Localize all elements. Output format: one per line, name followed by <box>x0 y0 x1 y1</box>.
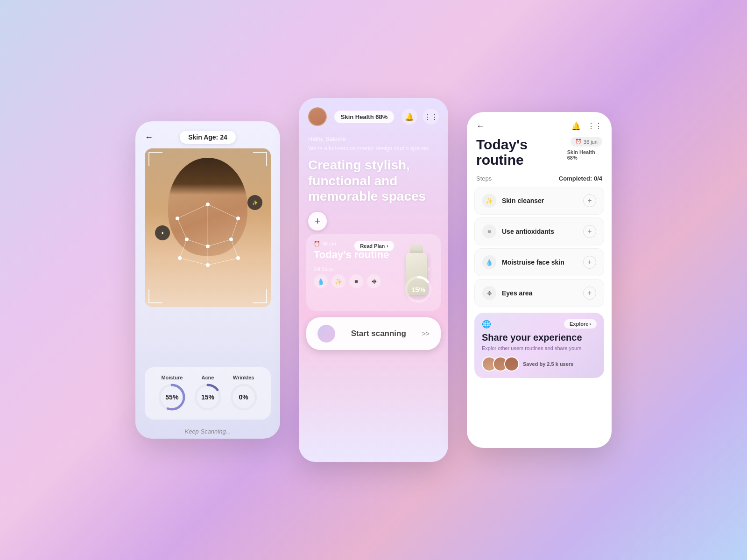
svg-point-19 <box>206 263 210 267</box>
wrinkles-metric: Wrinkles 0% <box>229 375 259 412</box>
step-icon-2: ✨ <box>331 274 345 288</box>
step-name-cleanser: Skin cleanser <box>502 197 544 204</box>
wrinkles-value: 0% <box>239 393 248 401</box>
grid-icon[interactable]: ⋮⋮ <box>587 122 602 131</box>
step-item-0: ✨ Skin cleanser + <box>474 187 604 215</box>
saved-text: Saved by 2.5 k users <box>523 361 573 367</box>
grid-menu-button[interactable]: ⋮⋮ <box>423 109 439 125</box>
bottle-cap <box>410 245 423 253</box>
step-item-3: ❈ Eyes area + <box>474 279 604 307</box>
routine-steps-list: ✨ Skin cleanser + ≡ Use antioxidants + 💧… <box>467 187 612 307</box>
share-header: 🌐 Explore › <box>482 319 597 329</box>
step-icon-1: 💧 <box>314 274 328 288</box>
avatar-inner <box>309 108 326 125</box>
share-card: 🌐 Explore › Share your experience Explor… <box>474 313 604 378</box>
start-scan-button[interactable]: Start scanning >> <box>306 317 441 350</box>
scan-back-button[interactable]: ← <box>145 133 153 142</box>
steps-title: Steps <box>476 175 492 182</box>
header-icons: 🔔 ⋮⋮ <box>402 109 439 125</box>
steps-icons: 💧 ✨ ≡ ❈ <box>314 274 398 288</box>
acne-circle: 15% <box>193 382 223 412</box>
face-photo: ✨ ✦ <box>145 148 271 307</box>
step-name-antioxidants: Use antioxidants <box>502 228 554 235</box>
scan-header: ← Skin Age: 24 <box>135 121 280 148</box>
routine-title-section: Today's routine ⏰ 36 jun Skin Health 68% <box>467 137 612 173</box>
skin-health-small: Skin Health 68% <box>567 149 602 161</box>
main-header: Skin Health 68% 🔔 ⋮⋮ <box>299 98 448 132</box>
health-circle: 15% <box>403 274 433 304</box>
svg-line-8 <box>180 258 208 265</box>
routine-back-button[interactable]: ← <box>476 121 485 131</box>
step-icon-cleanser: ✨ <box>482 194 496 208</box>
corner-bl <box>148 289 162 303</box>
routine-main-title: Today's routine <box>476 137 567 168</box>
bell-icon[interactable]: 🔔 <box>571 122 581 131</box>
add-button[interactable]: + <box>308 212 327 231</box>
step-icon-4: ❈ <box>367 274 381 288</box>
phone-scan: ← Skin Age: 24 <box>135 121 280 439</box>
routine-card: ⏰ 36 jun Today's routine 0/4 Steps 💧 ✨ ≡… <box>306 234 441 311</box>
wrinkles-label: Wrinkles <box>233 375 254 380</box>
share-bottom: Saved by 2.5 k users <box>482 357 597 371</box>
step-left-3: ❈ Eyes area <box>482 286 532 300</box>
corner-tl <box>148 152 162 166</box>
routine-nav-header: ← 🔔 ⋮⋮ <box>467 112 612 137</box>
scan-status: Keep Scanning... <box>135 424 280 439</box>
share-avatar-3 <box>504 357 519 371</box>
svg-point-17 <box>178 256 182 260</box>
read-plan-button[interactable]: Read Plan › <box>354 241 394 251</box>
scan-btn-dot <box>317 325 335 343</box>
step-add-moistruise[interactable]: + <box>583 256 596 269</box>
step-item-2: 💧 Moistruise face skin + <box>474 248 604 276</box>
start-scan-label: Start scanning <box>339 329 418 338</box>
moisture-label: Moisture <box>161 375 183 380</box>
svg-line-9 <box>208 258 238 265</box>
share-avatars <box>482 357 519 371</box>
hero-text: Creating stylish, functional and memorab… <box>299 155 448 212</box>
routine-header-icons: 🔔 ⋮⋮ <box>571 122 602 131</box>
steps-block: 0/4 Steps 💧 ✨ ≡ ❈ <box>314 266 398 304</box>
date-badge: ⏰ 36 jun <box>571 137 602 147</box>
health-value: 15% <box>411 286 425 294</box>
moisture-circle: 55% <box>157 382 187 412</box>
step-add-antioxidants[interactable]: + <box>583 225 596 238</box>
steps-completed: Completed: 0/4 <box>559 175 602 182</box>
scan-metrics: Moisture 55% Acne 15% Wrinkles <box>145 367 271 420</box>
explore-button[interactable]: Explore › <box>564 319 597 329</box>
svg-point-18 <box>236 256 240 260</box>
step-add-eyes[interactable]: + <box>583 287 596 300</box>
step-name-eyes: Eyes area <box>502 289 532 297</box>
scan-face-area: ✨ ✦ <box>145 148 271 363</box>
step-name-moistruise: Moistruise face skin <box>502 259 564 266</box>
scan-arrows-icon: >> <box>422 330 430 337</box>
step-left-0: ✨ Skin cleanser <box>482 194 544 208</box>
head-shape <box>168 158 247 256</box>
moisture-metric: Moisture 55% <box>157 375 187 412</box>
moisture-value: 55% <box>165 393 178 401</box>
share-description: Explor other users routines and share yo… <box>482 345 597 352</box>
step-left-1: ≡ Use antioxidants <box>482 224 554 238</box>
phone-routine: ← 🔔 ⋮⋮ Today's routine ⏰ 36 jun Skin Hea… <box>467 112 612 448</box>
skin-health-badge: Skin Health 68% <box>334 111 394 123</box>
face-image: ✨ ✦ <box>145 148 271 307</box>
greeting-text: Hello, Salome <box>299 132 448 144</box>
acne-label: Acne <box>202 375 214 380</box>
face-badge-right: ✨ <box>247 195 262 210</box>
share-title: Share your experience <box>482 332 597 343</box>
steps-header: Steps Completed: 0/4 <box>467 173 612 187</box>
wrinkles-circle: 0% <box>229 382 259 412</box>
step-add-cleanser[interactable]: + <box>583 194 596 207</box>
globe-icon: 🌐 <box>482 320 491 329</box>
corner-tr <box>253 152 267 166</box>
tagline-text: We're a full-service interior design stu… <box>299 144 448 155</box>
step-icon-moistruise: 💧 <box>482 255 496 269</box>
routine-right-info: ⏰ 36 jun Skin Health 68% <box>567 137 602 161</box>
step-icon-3: ≡ <box>349 274 363 288</box>
notification-button[interactable]: 🔔 <box>402 109 417 125</box>
avatar-face-3 <box>505 357 518 371</box>
scan-title: Skin Age: 24 <box>180 131 236 144</box>
face-badge-left: ✦ <box>155 225 170 240</box>
hair <box>168 158 247 195</box>
acne-value: 15% <box>201 393 214 401</box>
step-icon-eyes: ❈ <box>482 286 496 300</box>
